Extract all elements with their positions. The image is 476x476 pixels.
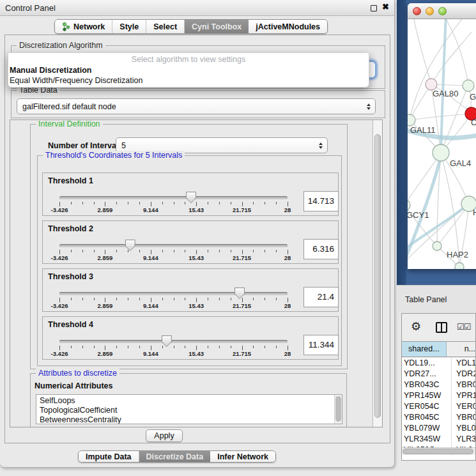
network-node-GAL11[interactable] <box>408 114 415 126</box>
close-traffic-light-icon[interactable] <box>413 7 421 15</box>
select-columns-checkboxes-icon[interactable]: ☑☑ <box>457 322 470 332</box>
table-cell[interactable]: YER054C <box>402 401 452 412</box>
table-cell[interactable]: YDL19... <box>402 358 452 369</box>
threshold-1-value[interactable]: 14.713 <box>303 191 339 211</box>
network-node[interactable] <box>463 80 474 91</box>
table-data-combo[interactable]: galFiltered.sif default node <box>17 98 376 114</box>
column-header-shared-name[interactable]: shared... <box>402 342 447 357</box>
table-hscrollbar-thumb[interactable] <box>403 449 473 454</box>
close-icon[interactable]: ✖ <box>382 2 389 12</box>
group-title: Interval Definition <box>36 119 103 128</box>
network-window[interactable]: GAL80GAL11GAL4GCY1HHAP2GAC <box>408 3 476 269</box>
threshold-2-slider[interactable]: -3.4262.8599.14415.4321.71528 <box>43 221 338 263</box>
list-item[interactable]: SelfLoops <box>36 396 342 406</box>
slider-tick <box>242 346 243 350</box>
slider-thumb[interactable] <box>234 288 245 299</box>
table-cell[interactable]: YBL079W <box>402 423 452 434</box>
slider-tick <box>196 298 197 302</box>
table-row[interactable]: YDL19...YDL1 <box>402 358 475 369</box>
dropdown-option-equal-width-frequency[interactable]: Equal Width/Frequency Discretization <box>8 75 369 86</box>
threshold-3-value[interactable]: 21.4 <box>303 287 339 307</box>
table-cell[interactable]: YBR045C <box>402 412 452 423</box>
zoom-traffic-light-icon[interactable] <box>438 7 447 15</box>
tab-jactivemnodules[interactable]: jActiveMNodules <box>249 20 327 33</box>
threshold-4-value[interactable]: 11.344 <box>303 335 339 355</box>
list-scrollbar[interactable] <box>334 395 342 424</box>
minimize-traffic-light-icon[interactable] <box>426 7 434 15</box>
table-row[interactable]: YBR045CYBR0 <box>402 412 475 423</box>
threshold-2-value[interactable]: 6.316 <box>303 239 339 259</box>
network-node-GCY1[interactable] <box>408 199 410 211</box>
slider-tick-label: 9.144 <box>143 350 158 357</box>
threshold-3-slider[interactable]: -3.4262.8599.14415.4321.71528 <box>43 269 338 311</box>
tab-discretize-data[interactable]: Discretize Data <box>139 451 211 462</box>
network-node-HAP2[interactable] <box>433 242 441 250</box>
slider-tick <box>288 202 288 206</box>
combo-arrows-icon <box>367 104 371 110</box>
slider-tick <box>174 346 174 348</box>
numerical-attributes-list[interactable]: SelfLoops TopologicalCoefficient Between… <box>36 394 342 424</box>
slider-tick-label: 21.715 <box>233 302 251 309</box>
slider-thumb[interactable] <box>186 192 196 203</box>
network-node[interactable] <box>455 263 464 269</box>
table-toolbar: ⚙ ☑☑ <box>402 314 475 341</box>
slider-thumb[interactable] <box>162 335 172 347</box>
tab-select[interactable]: Select <box>146 20 185 33</box>
table-row[interactable]: YER054CYER0 <box>402 401 475 412</box>
table-cell[interactable]: YPR1 <box>452 390 475 401</box>
gear-icon[interactable]: ⚙ <box>411 319 421 334</box>
threshold-1-slider[interactable]: -3.4262.8599.14415.4321.71528 <box>43 173 338 215</box>
settings-scrollbar[interactable] <box>372 120 382 427</box>
table-cell[interactable]: YBR0 <box>452 412 475 423</box>
slider-tick-label: 28 <box>284 206 291 213</box>
apply-button[interactable]: Apply <box>146 429 183 442</box>
table-cell[interactable]: YLR3 <box>452 434 475 445</box>
table-cell[interactable]: YBL0 <box>452 423 475 434</box>
tab-cyni-toolbox[interactable]: Cyni Toolbox <box>185 20 249 33</box>
table-row[interactable]: YPR145WYPR1 <box>402 390 475 401</box>
table-cell[interactable]: YLR345W <box>402 434 452 445</box>
column-header-name[interactable]: n... <box>447 342 475 357</box>
tab-infer-network[interactable]: Infer Network <box>210 451 275 462</box>
table-cell[interactable]: YBR0 <box>452 380 475 390</box>
table-cell[interactable]: YDR2 <box>452 369 475 380</box>
slider-track[interactable] <box>59 292 288 295</box>
list-item[interactable]: BetweennessCentrality <box>36 415 342 424</box>
table-row[interactable]: YDR27...YDR2 <box>402 369 475 380</box>
slider-tick <box>71 298 72 300</box>
slider-track[interactable] <box>59 244 288 247</box>
slider-thumb[interactable] <box>125 240 135 251</box>
tab-style[interactable]: Style <box>112 20 146 33</box>
columns-icon[interactable] <box>436 322 447 333</box>
table-row[interactable]: YBL079WYBL0 <box>402 423 475 434</box>
table-data-group: Table Data galFiltered.sif default node <box>11 90 385 118</box>
slider-tick <box>59 202 60 206</box>
slider-tick <box>288 346 288 350</box>
tab-impute-data[interactable]: Impute Data <box>79 451 139 462</box>
table-row[interactable]: YBR043CYBR0 <box>402 380 475 390</box>
list-scrollbar-thumb[interactable] <box>335 396 341 422</box>
slider-tick <box>288 250 288 254</box>
network-window-titlebar[interactable] <box>408 3 476 19</box>
slider-track[interactable] <box>59 196 288 199</box>
slider-tick <box>128 346 128 348</box>
control-panel-window: Control Panel ✖ Network Style Select Cy <box>0 0 395 468</box>
table-cell[interactable]: YPR145W <box>402 390 452 401</box>
network-canvas[interactable]: GAL80GAL11GAL4GCY1HHAP2GAC <box>408 19 476 269</box>
slider-track[interactable] <box>59 340 288 343</box>
settings-scrollbar-thumb[interactable] <box>374 134 381 418</box>
list-item[interactable]: TopologicalCoefficient <box>36 406 342 415</box>
table-hscrollbar[interactable] <box>402 447 475 455</box>
table-row[interactable]: YLR345WYLR3 <box>402 434 475 445</box>
network-node-GAL4[interactable] <box>433 144 449 161</box>
control-panel-titlebar[interactable]: Control Panel ✖ <box>0 0 394 16</box>
table-cell[interactable]: YBR043C <box>402 380 452 390</box>
tab-network[interactable]: Network <box>55 20 112 33</box>
table-cell[interactable]: YDL1 <box>452 358 475 369</box>
slider-tick-label: 15.43 <box>188 206 204 213</box>
float-window-icon[interactable] <box>371 5 377 12</box>
threshold-4-slider[interactable]: -3.4262.8599.14415.4321.71528 <box>43 317 338 359</box>
dropdown-option-manual-discretization[interactable]: Manual Discretization <box>8 65 369 75</box>
table-cell[interactable]: YER0 <box>452 401 475 412</box>
table-cell[interactable]: YDR27... <box>402 369 452 380</box>
